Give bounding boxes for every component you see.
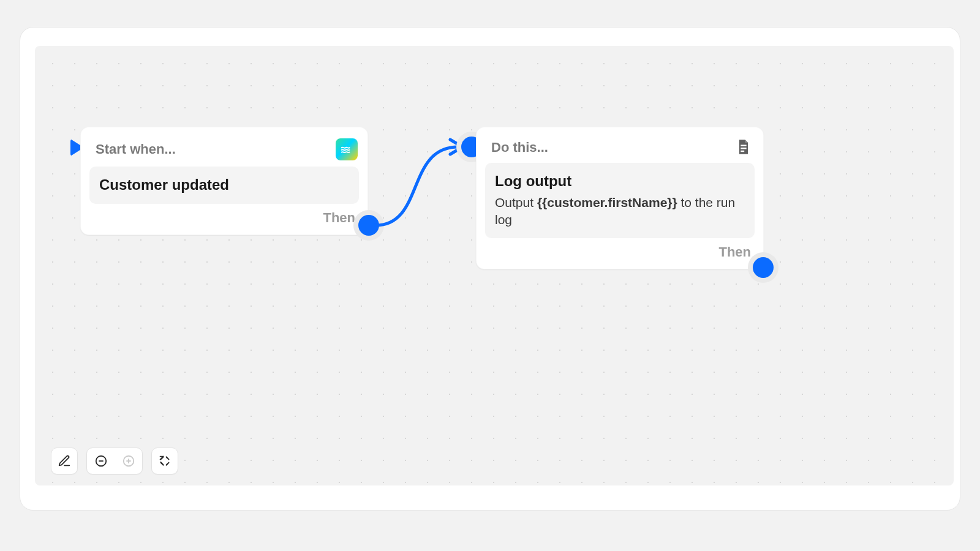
action-body-title: Log output xyxy=(495,173,745,190)
trigger-body: Customer updated xyxy=(89,167,359,204)
trigger-footer: Then xyxy=(89,204,359,226)
action-body-text: Output {{customer.firstName}} to the run… xyxy=(495,194,745,229)
action-footer: Then xyxy=(485,238,755,260)
trigger-output-port[interactable] xyxy=(353,210,384,241)
flow-app-icon xyxy=(336,138,358,160)
pencil-icon xyxy=(58,454,71,468)
port-dot xyxy=(358,215,379,236)
port-dot xyxy=(753,257,774,278)
zoom-out-button[interactable] xyxy=(87,448,115,474)
fit-view-icon xyxy=(159,455,171,467)
trigger-node-header: Start when... xyxy=(89,136,359,167)
action-output-port[interactable] xyxy=(748,252,778,283)
action-body-prefix: Output xyxy=(495,195,537,209)
zoom-out-icon xyxy=(94,454,108,468)
workflow-canvas[interactable]: Start when... Customer updated Then xyxy=(35,46,954,485)
zoom-in-button[interactable] xyxy=(115,448,142,474)
action-node-header: Do this... xyxy=(485,136,755,163)
zoom-in-icon xyxy=(122,454,135,468)
edit-button[interactable] xyxy=(51,448,78,474)
action-body-variable: {{customer.firstName}} xyxy=(537,195,677,209)
svg-rect-1 xyxy=(741,148,746,149)
action-header-label: Do this... xyxy=(491,140,548,156)
action-node[interactable]: Do this... Log output Output {{customer.… xyxy=(476,127,764,269)
fit-view-button[interactable] xyxy=(151,448,178,474)
trigger-header-label: Start when... xyxy=(96,141,176,157)
trigger-body-title: Customer updated xyxy=(99,176,349,194)
trigger-node[interactable]: Start when... Customer updated Then xyxy=(80,127,368,235)
document-icon xyxy=(735,138,753,157)
trigger-then-label: Then xyxy=(323,210,355,226)
canvas-toolbar xyxy=(51,448,178,474)
editor-panel: Start when... Customer updated Then xyxy=(20,27,960,511)
action-body: Log output Output {{customer.firstName}}… xyxy=(485,163,755,238)
svg-rect-2 xyxy=(741,151,744,152)
action-then-label: Then xyxy=(718,244,751,260)
svg-rect-0 xyxy=(741,145,746,146)
zoom-controls xyxy=(86,448,143,474)
